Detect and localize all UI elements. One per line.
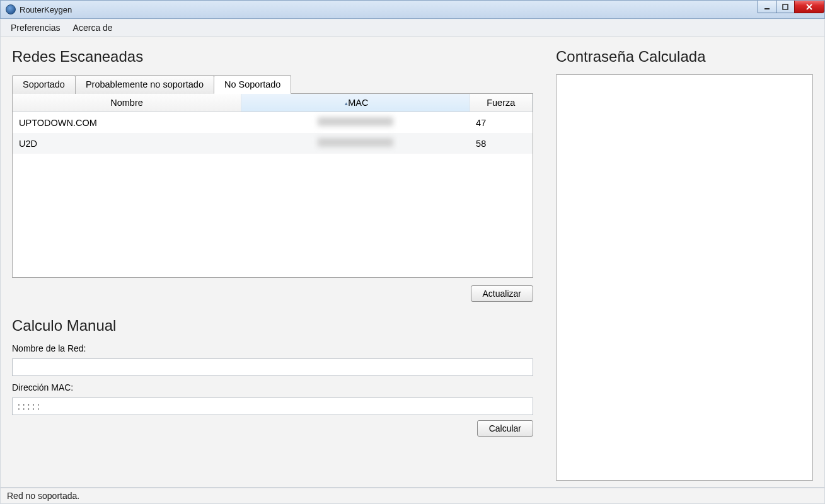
cell-strength: 58 [470,133,532,154]
tabs: Soportado Probablemente no soportado No … [12,74,533,94]
table-row[interactable]: UPTODOWN.COM 47 [13,112,533,134]
window-controls [758,1,824,13]
window-title: RouterKeygen [20,5,72,14]
cell-strength: 47 [470,112,532,134]
cell-mac [241,112,470,134]
tab-soportado[interactable]: Soportado [12,75,76,94]
close-button[interactable] [794,1,824,13]
networks-table-wrap: Nombre ▴MAC Fuerza UPTODOWN.COM 47 U2D 5 [12,94,533,278]
network-name-label: Nombre de la Red: [12,343,533,353]
obscured-mac [318,117,393,126]
right-panel: Contraseña Calculada [556,48,813,481]
refresh-button[interactable]: Actualizar [471,285,533,302]
table-row[interactable]: U2D 58 [13,133,533,154]
tab-probablemente-no-soportado[interactable]: Probablemente no soportado [75,75,214,94]
manual-calc-heading: Calculo Manual [12,317,533,335]
left-panel: Redes Escaneadas Soportado Probablemente… [12,48,533,481]
scanned-networks-heading: Redes Escaneadas [12,48,533,66]
app-icon [6,4,16,14]
maximize-button[interactable] [776,1,795,13]
col-header-name[interactable]: Nombre [13,94,241,112]
cell-name: U2D [13,133,241,154]
cell-name: UPTODOWN.COM [13,112,241,134]
col-header-strength[interactable]: Fuerza [470,94,532,112]
titlebar: RouterKeygen [0,0,825,19]
network-name-input[interactable] [12,358,533,376]
statusbar: Red no soportada. [0,488,825,504]
menubar: Preferencias Acerca de [0,19,825,37]
refresh-row: Actualizar [12,285,533,302]
content-area: Redes Escaneadas Soportado Probablemente… [0,37,825,488]
menu-acerca-de[interactable]: Acerca de [67,20,119,35]
calculate-row: Calcular [12,420,533,437]
manual-calc-section: Calculo Manual Nombre de la Red: Direcci… [12,317,533,437]
mac-address-input[interactable] [12,398,533,415]
networks-table: Nombre ▴MAC Fuerza UPTODOWN.COM 47 U2D 5 [13,94,533,154]
status-text: Red no soportada. [7,491,79,501]
sort-caret-icon: ▴ [345,100,348,106]
tab-no-soportado[interactable]: No Soportado [214,75,291,94]
cell-mac [241,133,470,154]
calculate-button[interactable]: Calcular [477,420,533,437]
calculated-password-heading: Contraseña Calculada [556,48,813,66]
obscured-mac [318,138,393,147]
menu-preferencias[interactable]: Preferencias [4,20,67,35]
calculated-password-box [556,74,813,481]
svg-rect-1 [783,4,788,9]
minimize-button[interactable] [758,1,776,13]
mac-address-label: Dirección MAC: [12,382,533,392]
col-header-mac[interactable]: ▴MAC [241,94,470,112]
